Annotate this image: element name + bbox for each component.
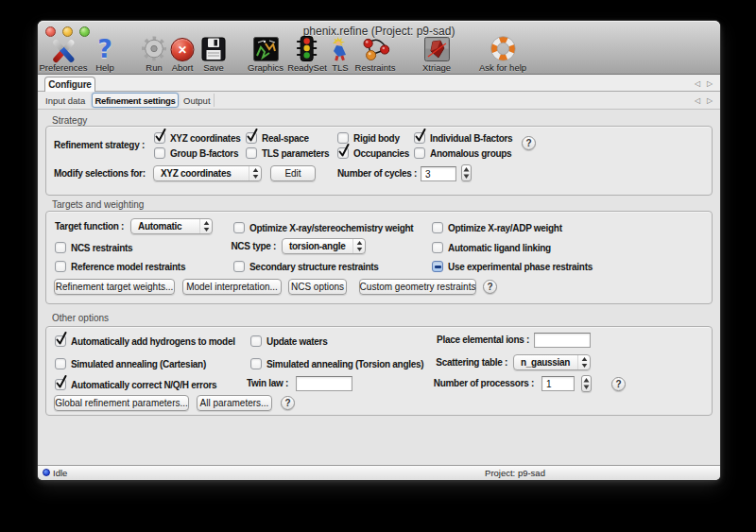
- popup-arrows-icon: [577, 355, 590, 369]
- checkbox-anomalous-groups[interactable]: Anomalous groups: [414, 146, 511, 160]
- toolbar-button-run[interactable]: Run: [142, 40, 167, 75]
- checkbox-reference-model-restraints[interactable]: Reference model restraints: [55, 260, 185, 273]
- number-of-processors-stepper[interactable]: [581, 375, 592, 392]
- twin-law-field[interactable]: [296, 376, 352, 391]
- model-interpretation-button[interactable]: Model interpretation...: [182, 279, 282, 295]
- checkbox-occupancies[interactable]: Occupancies: [337, 146, 409, 160]
- checkbox-box[interactable]: [246, 147, 257, 159]
- edit-button[interactable]: Edit: [270, 165, 316, 181]
- checkbox-box[interactable]: [246, 132, 257, 144]
- toolbar-button-help[interactable]: ? Help: [95, 40, 114, 75]
- all-parameters-button[interactable]: All parameters...: [197, 395, 272, 411]
- checkbox-automatically-add-hydrogens[interactable]: Automatically add hydrogens to model: [55, 335, 235, 348]
- number-of-cycles-label: Number of cycles :: [322, 167, 417, 180]
- global-refinement-parameters-button[interactable]: Global refinement parameters...: [54, 395, 189, 411]
- strategy-help-button[interactable]: ?: [522, 136, 536, 150]
- checkbox-box[interactable]: [233, 261, 245, 272]
- popup-arrows-icon: [199, 219, 212, 233]
- checkbox-update-waters[interactable]: Update waters: [250, 335, 327, 348]
- checkbox-ncs-restraints[interactable]: NCS restraints: [55, 241, 132, 254]
- scroll-right-icon[interactable]: ▷: [707, 96, 713, 105]
- checkbox-box[interactable]: [432, 222, 443, 233]
- toolbar-button-readyset[interactable]: ReadySet: [287, 40, 327, 75]
- xtriage-crystal-icon: [423, 37, 449, 61]
- popup-arrows-icon: [352, 239, 365, 253]
- toolbar-button-abort[interactable]: ✕ Abort: [171, 40, 195, 75]
- checkbox-box[interactable]: [337, 147, 349, 159]
- checkbox-box[interactable]: [154, 132, 165, 144]
- twin-law-label: Twin law :: [194, 377, 288, 389]
- checkbox-use-experimental-phase-restraints[interactable]: Use experimental phase restraints: [432, 260, 593, 273]
- processors-help-button[interactable]: ?: [611, 377, 626, 391]
- checkbox-box[interactable]: [432, 261, 443, 272]
- refinement-strategy-label: Refinement strategy :: [54, 139, 145, 151]
- stepper-icon: [463, 167, 470, 179]
- checkbox-box[interactable]: [55, 358, 66, 369]
- checkbox-box[interactable]: [55, 261, 66, 272]
- target-function-dropdown[interactable]: Automatic: [130, 218, 213, 234]
- run-gear-icon: [142, 37, 167, 61]
- ncs-type-dropdown[interactable]: torsion-angle: [282, 238, 366, 254]
- checkbox-box[interactable]: [414, 147, 425, 159]
- checkbox-optimize-xray-stereochemistry-weight[interactable]: Optimize X-ray/stereochemistry weight: [233, 221, 413, 234]
- checkbox-box[interactable]: [250, 358, 262, 369]
- number-of-cycles-field[interactable]: 3: [421, 166, 456, 181]
- traffic-light-icon: [295, 37, 318, 61]
- custom-geometry-restraints-button[interactable]: Custom geometry restraints: [359, 279, 476, 295]
- modify-selections-dropdown[interactable]: XYZ coordinates: [153, 165, 262, 181]
- checkbox-simulated-annealing-cartesian[interactable]: Simulated annealing (Cartesian): [55, 357, 206, 370]
- checkbox-box[interactable]: [432, 242, 443, 253]
- number-of-processors-field[interactable]: 1: [541, 376, 575, 391]
- ncs-options-button[interactable]: NCS options: [288, 279, 347, 295]
- help-icon: ?: [97, 37, 112, 61]
- window-title: phenix.refine (Project: p9-sad): [38, 25, 720, 38]
- number-of-cycles-stepper[interactable]: [461, 164, 472, 181]
- toolbar-button-graphics[interactable]: Graphics: [248, 40, 284, 75]
- tab-configure[interactable]: Configure: [44, 77, 95, 92]
- scattering-table-label: Scattering table :: [394, 356, 507, 369]
- checkbox-individual-b-factors[interactable]: Individual B-factors: [414, 131, 512, 145]
- toolbar-button-preferences[interactable]: Preferences: [39, 40, 87, 75]
- toolbar-button-restraints[interactable]: Restraints: [355, 40, 396, 75]
- targets-help-button[interactable]: ?: [483, 280, 497, 294]
- other-options-help-button[interactable]: ?: [281, 396, 295, 410]
- targets-section-label: Targets and weighting: [52, 199, 144, 210]
- refinement-target-weights-button[interactable]: Refinement target weights...: [54, 279, 175, 295]
- toolbar-button-ask-for-help[interactable]: Ask for help: [479, 40, 526, 75]
- checkbox-optimize-xray-adp-weight[interactable]: Optimize X-ray/ADP weight: [432, 221, 562, 234]
- checkbox-box[interactable]: [414, 132, 425, 144]
- toolbar-button-tls[interactable]: TLS: [330, 40, 351, 75]
- status-bar: Idle Project: p9-sad: [38, 465, 720, 480]
- checkbox-box[interactable]: [233, 222, 245, 233]
- toolbar-button-xtriage[interactable]: Xtriage: [422, 40, 451, 75]
- checkbox-box[interactable]: [154, 147, 165, 159]
- toolbar-button-save[interactable]: Save: [201, 40, 226, 75]
- checkbox-box[interactable]: [250, 335, 262, 347]
- checkbox-box[interactable]: [55, 242, 66, 253]
- tab-separator: [214, 94, 215, 107]
- checkbox-real-space[interactable]: Real-space: [246, 131, 309, 145]
- scroll-left-icon[interactable]: ◁: [695, 79, 700, 88]
- checkbox-box[interactable]: [55, 335, 66, 347]
- number-of-processors-label: Number of processors :: [421, 377, 534, 389]
- target-function-label: Target function :: [55, 220, 124, 232]
- scroll-left-icon[interactable]: ◁: [695, 96, 700, 105]
- checkbox-group-b-factors[interactable]: Group B-factors: [154, 146, 238, 160]
- checkbox-xyz-coordinates[interactable]: XYZ coordinates: [154, 131, 240, 145]
- project-label: Project: p9-sad: [444, 468, 586, 478]
- checkbox-secondary-structure-restraints[interactable]: Secondary structure restraints: [233, 260, 379, 273]
- checkbox-tls-parameters[interactable]: TLS parameters: [246, 146, 329, 160]
- place-elemental-ions-field[interactable]: [534, 333, 591, 348]
- scroll-right-icon[interactable]: ▷: [707, 79, 713, 88]
- inner-tab-bar: Input data Refinement settings Output ◁ …: [38, 92, 720, 110]
- tab-refinement-settings[interactable]: Refinement settings: [92, 93, 179, 108]
- checkbox-automatically-correct-nqh[interactable]: Automatically correct N/Q/H errors: [55, 378, 216, 391]
- scattering-table-dropdown[interactable]: n_gaussian: [513, 354, 591, 370]
- checkbox-automatic-ligand-linking[interactable]: Automatic ligand linking: [432, 241, 551, 254]
- popup-arrows-icon: [249, 166, 261, 180]
- checkbox-box[interactable]: [55, 379, 66, 390]
- tab-input-data[interactable]: Input data: [45, 92, 85, 109]
- tab-output[interactable]: Output: [183, 92, 211, 109]
- checkmark-icon: [55, 331, 67, 346]
- checkmark-icon: [246, 128, 258, 143]
